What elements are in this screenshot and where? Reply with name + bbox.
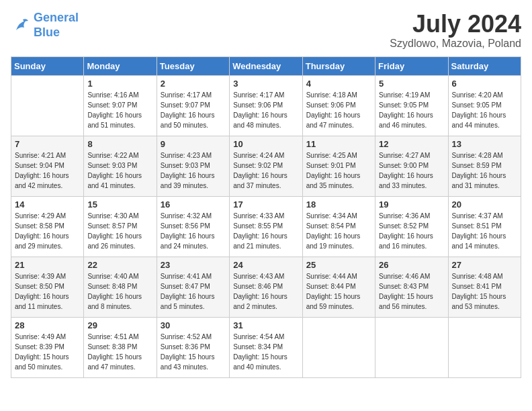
calendar-cell: 30Sunrise: 4:52 AMSunset: 8:36 PMDayligh…	[157, 317, 229, 377]
calendar-cell: 13Sunrise: 4:28 AMSunset: 8:59 PMDayligh…	[448, 136, 521, 196]
day-info: Sunrise: 4:22 AMSunset: 9:03 PMDaylight:…	[87, 150, 152, 191]
day-info: Sunrise: 4:34 AMSunset: 8:54 PMDaylight:…	[306, 211, 371, 251]
calendar-header: SundayMondayTuesdayWednesdayThursdayFrid…	[11, 56, 521, 75]
weekday-header: Tuesday	[157, 56, 229, 75]
day-number: 4	[306, 79, 371, 89]
calendar-cell: 28Sunrise: 4:49 AMSunset: 8:39 PMDayligh…	[11, 317, 84, 377]
day-number: 1	[87, 79, 152, 89]
day-number: 24	[233, 260, 298, 270]
calendar-cell: 22Sunrise: 4:40 AMSunset: 8:48 PMDayligh…	[84, 257, 157, 317]
day-info: Sunrise: 4:46 AMSunset: 8:43 PMDaylight:…	[379, 271, 444, 312]
calendar-cell: 15Sunrise: 4:30 AMSunset: 8:57 PMDayligh…	[84, 196, 157, 257]
calendar-cell: 25Sunrise: 4:44 AMSunset: 8:44 PMDayligh…	[302, 257, 375, 317]
day-info: Sunrise: 4:16 AMSunset: 9:07 PMDaylight:…	[87, 90, 152, 130]
day-number: 19	[379, 199, 444, 210]
calendar-table: SundayMondayTuesdayWednesdayThursdayFrid…	[11, 56, 521, 378]
day-number: 28	[15, 320, 80, 330]
day-info: Sunrise: 4:48 AMSunset: 8:41 PMDaylight:…	[452, 271, 517, 312]
day-number: 25	[306, 260, 371, 270]
day-info: Sunrise: 4:49 AMSunset: 8:39 PMDaylight:…	[15, 332, 80, 372]
weekday-header: Monday	[84, 56, 157, 75]
calendar-cell: 2Sunrise: 4:17 AMSunset: 9:07 PMDaylight…	[157, 75, 229, 136]
calendar-cell: 31Sunrise: 4:54 AMSunset: 8:34 PMDayligh…	[230, 317, 302, 377]
day-info: Sunrise: 4:39 AMSunset: 8:50 PMDaylight:…	[15, 271, 80, 312]
day-info: Sunrise: 4:20 AMSunset: 9:05 PMDaylight:…	[452, 90, 517, 130]
day-info: Sunrise: 4:30 AMSunset: 8:57 PMDaylight:…	[87, 211, 152, 251]
day-info: Sunrise: 4:24 AMSunset: 9:02 PMDaylight:…	[233, 150, 298, 191]
title-block: July 2024 Szydlowo, Mazovia, Poland	[390, 11, 521, 50]
day-info: Sunrise: 4:51 AMSunset: 8:38 PMDaylight:…	[87, 332, 152, 372]
calendar-cell	[375, 317, 448, 377]
month-title: July 2024	[390, 11, 521, 38]
day-number: 18	[306, 199, 371, 210]
calendar-cell: 21Sunrise: 4:39 AMSunset: 8:50 PMDayligh…	[11, 257, 84, 317]
day-number: 3	[233, 79, 298, 89]
calendar-body: 1Sunrise: 4:16 AMSunset: 9:07 PMDaylight…	[11, 75, 521, 377]
day-info: Sunrise: 4:37 AMSunset: 8:51 PMDaylight:…	[452, 211, 517, 251]
day-number: 2	[161, 79, 226, 89]
weekday-header: Saturday	[448, 56, 521, 75]
calendar-cell: 24Sunrise: 4:43 AMSunset: 8:46 PMDayligh…	[230, 257, 302, 317]
page-header: General Blue July 2024 Szydlowo, Mazovia…	[11, 11, 521, 50]
day-number: 15	[87, 199, 152, 210]
calendar-cell: 5Sunrise: 4:19 AMSunset: 9:05 PMDaylight…	[375, 75, 448, 136]
day-info: Sunrise: 4:17 AMSunset: 9:06 PMDaylight:…	[233, 90, 298, 130]
day-number: 11	[306, 139, 371, 149]
day-number: 12	[379, 139, 444, 149]
calendar-cell: 27Sunrise: 4:48 AMSunset: 8:41 PMDayligh…	[448, 257, 521, 317]
calendar-cell: 1Sunrise: 4:16 AMSunset: 9:07 PMDaylight…	[84, 75, 157, 136]
day-number: 22	[87, 260, 152, 270]
day-number: 20	[452, 199, 517, 210]
day-number: 6	[452, 79, 517, 89]
weekday-header: Wednesday	[230, 56, 302, 75]
day-number: 30	[161, 320, 226, 330]
day-info: Sunrise: 4:36 AMSunset: 8:52 PMDaylight:…	[379, 211, 444, 251]
calendar-cell: 11Sunrise: 4:25 AMSunset: 9:01 PMDayligh…	[302, 136, 375, 196]
day-info: Sunrise: 4:18 AMSunset: 9:06 PMDaylight:…	[306, 90, 371, 130]
day-info: Sunrise: 4:43 AMSunset: 8:46 PMDaylight:…	[233, 271, 298, 312]
day-number: 8	[87, 139, 152, 149]
calendar-cell: 3Sunrise: 4:17 AMSunset: 9:06 PMDaylight…	[230, 75, 302, 136]
day-number: 5	[379, 79, 444, 89]
logo: General Blue	[11, 11, 79, 40]
calendar-cell: 29Sunrise: 4:51 AMSunset: 8:38 PMDayligh…	[84, 317, 157, 377]
calendar-cell: 6Sunrise: 4:20 AMSunset: 9:05 PMDaylight…	[448, 75, 521, 136]
calendar-cell	[302, 317, 375, 377]
day-info: Sunrise: 4:21 AMSunset: 9:04 PMDaylight:…	[15, 150, 80, 191]
day-number: 7	[15, 139, 80, 149]
calendar-cell: 19Sunrise: 4:36 AMSunset: 8:52 PMDayligh…	[375, 196, 448, 257]
day-number: 21	[15, 260, 80, 270]
day-number: 26	[379, 260, 444, 270]
day-info: Sunrise: 4:29 AMSunset: 8:58 PMDaylight:…	[15, 211, 80, 251]
day-number: 31	[233, 320, 298, 330]
day-number: 10	[233, 139, 298, 149]
day-number: 14	[15, 199, 80, 210]
calendar-cell: 9Sunrise: 4:23 AMSunset: 9:03 PMDaylight…	[157, 136, 229, 196]
calendar-cell: 26Sunrise: 4:46 AMSunset: 8:43 PMDayligh…	[375, 257, 448, 317]
day-info: Sunrise: 4:17 AMSunset: 9:07 PMDaylight:…	[161, 90, 226, 130]
day-number: 17	[233, 199, 298, 210]
day-number: 9	[161, 139, 226, 149]
calendar-cell: 23Sunrise: 4:41 AMSunset: 8:47 PMDayligh…	[157, 257, 229, 317]
day-number: 29	[87, 320, 152, 330]
calendar-cell: 14Sunrise: 4:29 AMSunset: 8:58 PMDayligh…	[11, 196, 84, 257]
calendar-cell: 17Sunrise: 4:33 AMSunset: 8:55 PMDayligh…	[230, 196, 302, 257]
day-number: 27	[452, 260, 517, 270]
day-info: Sunrise: 4:19 AMSunset: 9:05 PMDaylight:…	[379, 90, 444, 130]
calendar-cell: 12Sunrise: 4:27 AMSunset: 9:00 PMDayligh…	[375, 136, 448, 196]
calendar-cell: 18Sunrise: 4:34 AMSunset: 8:54 PMDayligh…	[302, 196, 375, 257]
day-info: Sunrise: 4:27 AMSunset: 9:00 PMDaylight:…	[379, 150, 444, 191]
day-info: Sunrise: 4:41 AMSunset: 8:47 PMDaylight:…	[161, 271, 226, 312]
calendar-cell	[11, 75, 84, 136]
day-info: Sunrise: 4:33 AMSunset: 8:55 PMDaylight:…	[233, 211, 298, 251]
logo-icon	[11, 15, 31, 36]
calendar-cell: 16Sunrise: 4:32 AMSunset: 8:56 PMDayligh…	[157, 196, 229, 257]
day-info: Sunrise: 4:52 AMSunset: 8:36 PMDaylight:…	[161, 332, 226, 372]
day-info: Sunrise: 4:25 AMSunset: 9:01 PMDaylight:…	[306, 150, 371, 191]
day-info: Sunrise: 4:23 AMSunset: 9:03 PMDaylight:…	[161, 150, 226, 191]
logo-text: General Blue	[34, 11, 79, 40]
calendar-cell: 7Sunrise: 4:21 AMSunset: 9:04 PMDaylight…	[11, 136, 84, 196]
day-info: Sunrise: 4:44 AMSunset: 8:44 PMDaylight:…	[306, 271, 371, 312]
day-number: 13	[452, 139, 517, 149]
weekday-header: Friday	[375, 56, 448, 75]
